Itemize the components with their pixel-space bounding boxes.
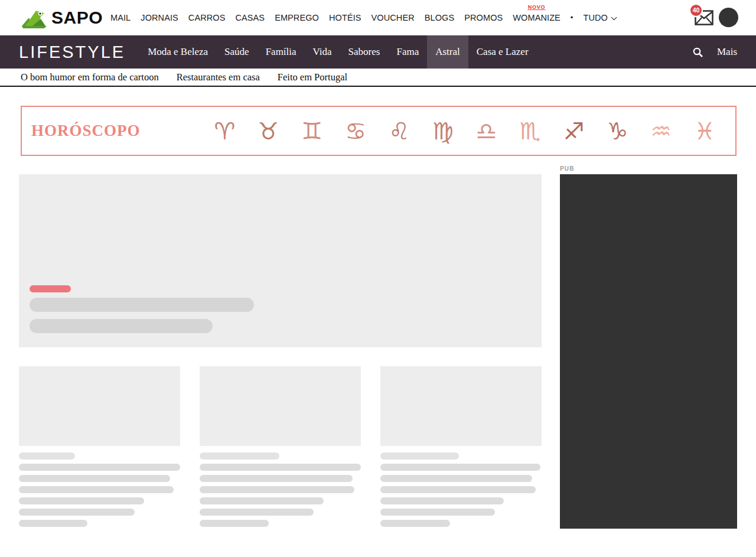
lifestyle-brand[interactable]: LIFESTYLE bbox=[19, 43, 125, 62]
lifestyle-nav: LIFESTYLE Moda e Beleza Saúde Família Vi… bbox=[0, 35, 756, 69]
zodiac-gemini-icon[interactable]: ♊ bbox=[301, 117, 322, 145]
skeleton-line bbox=[200, 520, 269, 527]
skeleton-category-pill bbox=[30, 285, 71, 292]
zodiac-aries-icon[interactable]: ♈ bbox=[214, 117, 236, 145]
skeleton-line bbox=[19, 486, 174, 493]
topbar: SAPO MAIL JORNAIS CARROS CASAS EMPREGO H… bbox=[0, 0, 756, 35]
nav-item-familia[interactable]: Família bbox=[258, 35, 305, 69]
skeleton-line bbox=[380, 475, 532, 482]
article-card-skeleton bbox=[19, 366, 180, 527]
hero-skeleton-text bbox=[30, 285, 254, 333]
topbar-link-promos[interactable]: PROMOS bbox=[464, 13, 503, 22]
nav-item-vida[interactable]: Vida bbox=[305, 35, 340, 69]
nav-item-moda-e-beleza[interactable]: Moda e Beleza bbox=[139, 35, 216, 69]
more-button[interactable]: Mais bbox=[717, 46, 737, 58]
tudo-label: TUDO bbox=[584, 13, 608, 22]
topbar-link-emprego[interactable]: EMPREGO bbox=[275, 13, 319, 22]
skeleton-line bbox=[19, 475, 170, 482]
zodiac-virgo-icon[interactable]: ♍ bbox=[432, 117, 454, 145]
search-icon[interactable] bbox=[693, 47, 703, 57]
avatar[interactable] bbox=[719, 8, 738, 27]
nav-item-casa-e-lazer[interactable]: Casa e Lazer bbox=[468, 35, 537, 69]
lifestyle-nav-items: Moda e Beleza Saúde Família Vida Sabores… bbox=[139, 35, 536, 69]
skeleton-tag bbox=[19, 452, 75, 460]
skeleton-line bbox=[200, 475, 353, 482]
pub-label: PUB bbox=[560, 165, 737, 172]
nav-item-saude[interactable]: Saúde bbox=[216, 35, 258, 69]
subnav-item-restaurantes[interactable]: Restaurantes em casa bbox=[177, 71, 260, 83]
sapo-frog-icon bbox=[21, 6, 48, 30]
zodiac-capricorn-icon[interactable]: ♑ bbox=[607, 117, 628, 145]
skeleton-line bbox=[19, 497, 144, 504]
topbar-link-mail[interactable]: MAIL bbox=[110, 13, 131, 22]
skeleton-line bbox=[19, 464, 180, 471]
nav-separator-dot: • bbox=[571, 13, 573, 22]
lifestyle-nav-right: Mais bbox=[693, 35, 737, 69]
skeleton-line bbox=[380, 520, 450, 527]
zodiac-pisces-icon[interactable]: ♓ bbox=[694, 117, 715, 145]
topbar-link-voucher[interactable]: VOUCHER bbox=[372, 13, 415, 22]
zodiac-row: ♈ ♉ ♊ ♋ ♌ ♍ ♎ ♏ ♐ ♑ ♒ ♓ bbox=[214, 117, 715, 145]
mail-button[interactable]: 40 bbox=[695, 10, 713, 25]
hero-article-skeleton bbox=[19, 174, 542, 347]
novo-badge: NOVO bbox=[528, 4, 546, 10]
zodiac-sagittarius-icon[interactable]: ♐ bbox=[563, 117, 585, 145]
nav-item-astral[interactable]: Astral bbox=[427, 35, 468, 69]
skeleton-line bbox=[200, 509, 314, 516]
topbar-link-tudo[interactable]: TUDO bbox=[584, 13, 615, 22]
skeleton-line bbox=[380, 486, 536, 493]
zodiac-taurus-icon[interactable]: ♉ bbox=[258, 117, 279, 145]
horoscope-banner: HORÓSCOPO ♈ ♉ ♊ ♋ ♌ ♍ ♎ ♏ ♐ ♑ ♒ ♓ bbox=[21, 106, 737, 156]
article-card-skeleton bbox=[200, 366, 361, 527]
article-cards-row bbox=[19, 366, 542, 527]
skeleton-title-line-1 bbox=[30, 298, 254, 312]
skeleton-line bbox=[200, 486, 354, 493]
skeleton-image bbox=[380, 366, 542, 446]
skeleton-line bbox=[200, 497, 324, 504]
mail-unread-badge: 40 bbox=[689, 4, 703, 17]
sidebar: PUB bbox=[560, 165, 737, 529]
articles-column bbox=[19, 165, 542, 529]
skeleton-line bbox=[380, 509, 495, 516]
nav-item-fama[interactable]: Fama bbox=[388, 35, 427, 69]
topbar-right: 40 bbox=[695, 8, 738, 27]
portal-nav: MAIL JORNAIS CARROS CASAS EMPREGO HOTÉIS… bbox=[110, 13, 615, 22]
logo-text: SAPO bbox=[51, 8, 103, 28]
skeleton-tag bbox=[200, 452, 279, 460]
zodiac-leo-icon[interactable]: ♌ bbox=[389, 117, 410, 145]
subnav-item-cartoon[interactable]: O bom humor em forma de cartoon bbox=[21, 71, 159, 83]
ad-banner[interactable] bbox=[560, 174, 737, 529]
nav-item-sabores[interactable]: Sabores bbox=[340, 35, 389, 69]
horoscope-title: HORÓSCOPO bbox=[31, 122, 141, 140]
chevron-down-icon bbox=[611, 14, 617, 20]
sapo-logo[interactable]: SAPO bbox=[21, 6, 103, 30]
zodiac-libra-icon[interactable]: ♎ bbox=[476, 117, 497, 145]
skeleton-image bbox=[19, 366, 180, 446]
womanize-label: WOMANIZE bbox=[513, 13, 561, 22]
skeleton-line bbox=[19, 520, 87, 527]
topbar-link-jornais[interactable]: JORNAIS bbox=[141, 13, 178, 22]
skeleton-line bbox=[380, 464, 540, 471]
skeleton-title-line-2 bbox=[30, 319, 213, 333]
skeleton-line bbox=[19, 509, 135, 516]
skeleton-tag bbox=[380, 452, 459, 460]
skeleton-line bbox=[380, 497, 504, 504]
topbar-link-hoteis[interactable]: HOTÉIS bbox=[329, 13, 361, 22]
zodiac-scorpio-icon[interactable]: ♏ bbox=[520, 117, 541, 145]
zodiac-aquarius-icon[interactable]: ♒ bbox=[650, 117, 672, 145]
zodiac-cancer-icon[interactable]: ♋ bbox=[345, 117, 366, 145]
article-card-skeleton bbox=[380, 366, 542, 527]
topbar-link-womanize[interactable]: NOVO WOMANIZE bbox=[513, 13, 561, 22]
subnav-item-portugal[interactable]: Feito em Portugal bbox=[278, 71, 347, 83]
skeleton-image bbox=[200, 366, 361, 446]
topbar-link-blogs[interactable]: BLOGS bbox=[425, 13, 454, 22]
topbar-link-casas[interactable]: CASAS bbox=[235, 13, 265, 22]
article-subnav: O bom humor em forma de cartoon Restaura… bbox=[0, 69, 756, 87]
skeleton-line bbox=[200, 464, 361, 471]
topbar-link-carros[interactable]: CARROS bbox=[188, 13, 226, 22]
main-content: PUB bbox=[0, 165, 756, 529]
